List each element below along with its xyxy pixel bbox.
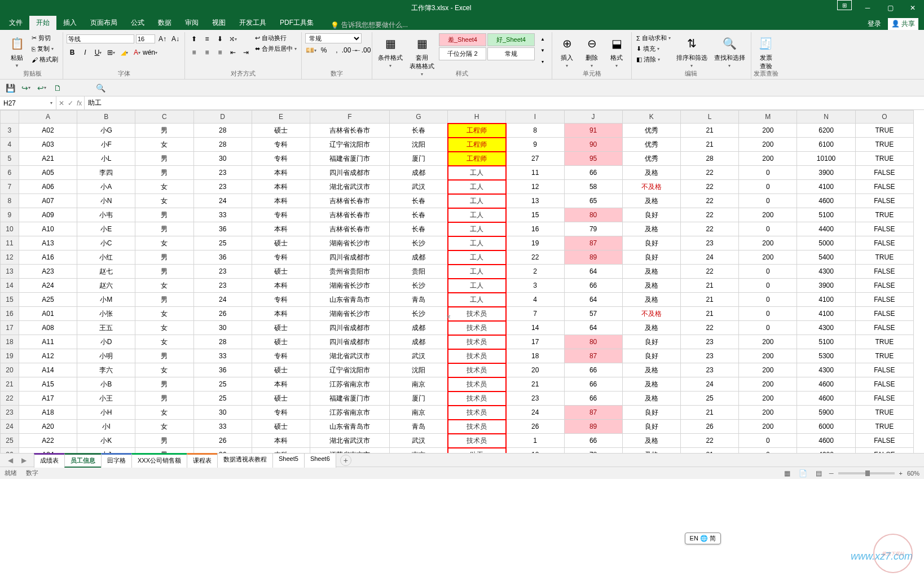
cell-J26[interactable]: 78 bbox=[564, 448, 622, 454]
cell-M8[interactable]: 0 bbox=[739, 194, 797, 208]
row-header-9[interactable]: 9 bbox=[1, 208, 19, 222]
cell-O4[interactable]: TRUE bbox=[855, 138, 913, 152]
cell-F24[interactable]: 山东省青岛市 bbox=[310, 420, 390, 434]
cell-G11[interactable]: 长沙 bbox=[389, 236, 447, 250]
style-thousand[interactable]: 千位分隔 2 bbox=[439, 47, 486, 60]
column-header-C[interactable]: C bbox=[135, 111, 193, 124]
cell-O3[interactable]: TRUE bbox=[855, 124, 913, 138]
cell-K9[interactable]: 良好 bbox=[622, 208, 680, 222]
column-header-K[interactable]: K bbox=[622, 111, 680, 124]
cell-B14[interactable]: 赵六 bbox=[77, 279, 135, 293]
cell-G12[interactable]: 成都 bbox=[389, 250, 447, 265]
cell-N4[interactable]: 6100 bbox=[797, 138, 855, 152]
cell-C20[interactable]: 女 bbox=[135, 363, 193, 377]
cell-H11[interactable]: 工人 bbox=[448, 236, 506, 250]
cell-K6[interactable]: 及格 bbox=[622, 166, 680, 180]
cell-I8[interactable]: 13 bbox=[506, 194, 564, 208]
decrease-font-icon[interactable]: A↓ bbox=[170, 33, 181, 45]
cell-B26[interactable]: 小J bbox=[77, 448, 135, 454]
cell-G20[interactable]: 沈阳 bbox=[389, 363, 447, 377]
copy-button[interactable]: ⎘复制 ▾ bbox=[30, 44, 59, 54]
cell-G15[interactable]: 青岛 bbox=[389, 293, 447, 307]
cell-A13[interactable]: A23 bbox=[19, 265, 77, 279]
column-header-J[interactable]: J bbox=[564, 111, 622, 124]
cell-D10[interactable]: 36 bbox=[193, 222, 252, 236]
undo-icon[interactable]: ↩ ▾ bbox=[36, 82, 47, 94]
cell-O23[interactable]: TRUE bbox=[855, 406, 913, 420]
cell-E20[interactable]: 硕士 bbox=[252, 363, 310, 377]
fill-button[interactable]: ⬇填充 ▾ bbox=[635, 44, 672, 54]
cell-M21[interactable]: 200 bbox=[739, 377, 797, 392]
cell-K15[interactable]: 及格 bbox=[622, 293, 680, 307]
cell-I23[interactable]: 24 bbox=[506, 406, 564, 420]
cell-E9[interactable]: 专科 bbox=[252, 208, 310, 222]
cell-J6[interactable]: 66 bbox=[564, 166, 622, 180]
cell-N7[interactable]: 4100 bbox=[797, 180, 855, 194]
bold-button[interactable]: B bbox=[67, 47, 78, 58]
enter-icon[interactable]: ✓ bbox=[68, 99, 73, 107]
cell-C26[interactable]: 男 bbox=[135, 448, 193, 454]
cell-E22[interactable]: 硕士 bbox=[252, 392, 310, 406]
cancel-icon[interactable]: ✕ bbox=[59, 99, 64, 107]
cell-A11[interactable]: A13 bbox=[19, 236, 77, 250]
cell-G13[interactable]: 贵阳 bbox=[389, 265, 447, 279]
cell-G19[interactable]: 武汉 bbox=[389, 349, 447, 363]
increase-indent-icon[interactable]: ⇥ bbox=[240, 47, 252, 58]
cell-B21[interactable]: 小B bbox=[77, 377, 135, 392]
minimize-button[interactable]: ─ bbox=[856, 0, 879, 16]
cell-K25[interactable]: 及格 bbox=[622, 434, 680, 448]
cell-H26[interactable]: 助工 bbox=[448, 448, 506, 454]
cell-C15[interactable]: 男 bbox=[135, 293, 193, 307]
cell-M12[interactable]: 200 bbox=[739, 250, 797, 265]
cell-L26[interactable]: 21 bbox=[680, 448, 738, 454]
cell-A22[interactable]: A17 bbox=[19, 392, 77, 406]
row-header-18[interactable]: 18 bbox=[1, 335, 19, 349]
cell-D6[interactable]: 23 bbox=[193, 166, 252, 180]
cell-J20[interactable]: 66 bbox=[564, 363, 622, 377]
cell-J14[interactable]: 66 bbox=[564, 279, 622, 293]
cell-F7[interactable]: 湖北省武汉市 bbox=[310, 180, 390, 194]
tab-file[interactable]: 文件 bbox=[2, 16, 29, 30]
cell-N24[interactable]: 6000 bbox=[797, 420, 855, 434]
sort-filter-button[interactable]: ⇅排序和筛选▾ bbox=[674, 33, 710, 69]
cell-J25[interactable]: 66 bbox=[564, 434, 622, 448]
cell-B6[interactable]: 李四 bbox=[77, 166, 135, 180]
insert-cells-button[interactable]: ⊕插入▾ bbox=[556, 33, 578, 69]
cell-G9[interactable]: 长春 bbox=[389, 208, 447, 222]
cell-C14[interactable]: 女 bbox=[135, 279, 193, 293]
cell-H8[interactable]: 工人 bbox=[448, 194, 506, 208]
cell-D9[interactable]: 33 bbox=[193, 208, 252, 222]
cell-J19[interactable]: 87 bbox=[564, 349, 622, 363]
phonetic-button[interactable]: wén▾ bbox=[144, 47, 156, 58]
cell-H4[interactable]: 工程师 bbox=[448, 138, 506, 152]
decrease-indent-icon[interactable]: ⇤ bbox=[227, 47, 239, 58]
view-normal-icon[interactable]: ▦ bbox=[782, 468, 793, 479]
cell-J16[interactable]: 57 bbox=[564, 307, 622, 321]
number-format-combo[interactable]: 常规 bbox=[305, 33, 362, 43]
cell-J22[interactable]: 66 bbox=[564, 392, 622, 406]
cell-E26[interactable]: 本科 bbox=[252, 448, 310, 454]
cell-H22[interactable]: 技术员 bbox=[448, 392, 506, 406]
cell-G7[interactable]: 武汉 bbox=[389, 180, 447, 194]
cell-A25[interactable]: A22 bbox=[19, 434, 77, 448]
cell-L14[interactable]: 21 bbox=[680, 279, 738, 293]
cell-M17[interactable]: 0 bbox=[739, 321, 797, 335]
fx-icon[interactable]: fx bbox=[77, 99, 82, 107]
cell-M15[interactable]: 0 bbox=[739, 293, 797, 307]
sheet-tab-成绩表[interactable]: 成绩表 bbox=[34, 453, 65, 468]
cell-N18[interactable]: 5100 bbox=[797, 335, 855, 349]
new-icon[interactable]: 🗋 bbox=[52, 82, 63, 94]
tab-formula[interactable]: 公式 bbox=[124, 16, 151, 30]
gallery-down-icon[interactable]: ▼ bbox=[537, 45, 548, 56]
cell-B19[interactable]: 小明 bbox=[77, 349, 135, 363]
cell-M7[interactable]: 0 bbox=[739, 180, 797, 194]
cell-M11[interactable]: 200 bbox=[739, 236, 797, 250]
tab-data[interactable]: 数据 bbox=[151, 16, 178, 30]
cell-D8[interactable]: 24 bbox=[193, 194, 252, 208]
tell-me-search[interactable]: 💡 告诉我您想要做什么... bbox=[331, 20, 408, 30]
percent-icon[interactable]: % bbox=[318, 45, 329, 56]
formula-input[interactable] bbox=[88, 99, 921, 107]
cell-L20[interactable]: 23 bbox=[680, 363, 738, 377]
cell-O26[interactable]: FALSE bbox=[855, 448, 913, 454]
cell-N23[interactable]: 5900 bbox=[797, 406, 855, 420]
